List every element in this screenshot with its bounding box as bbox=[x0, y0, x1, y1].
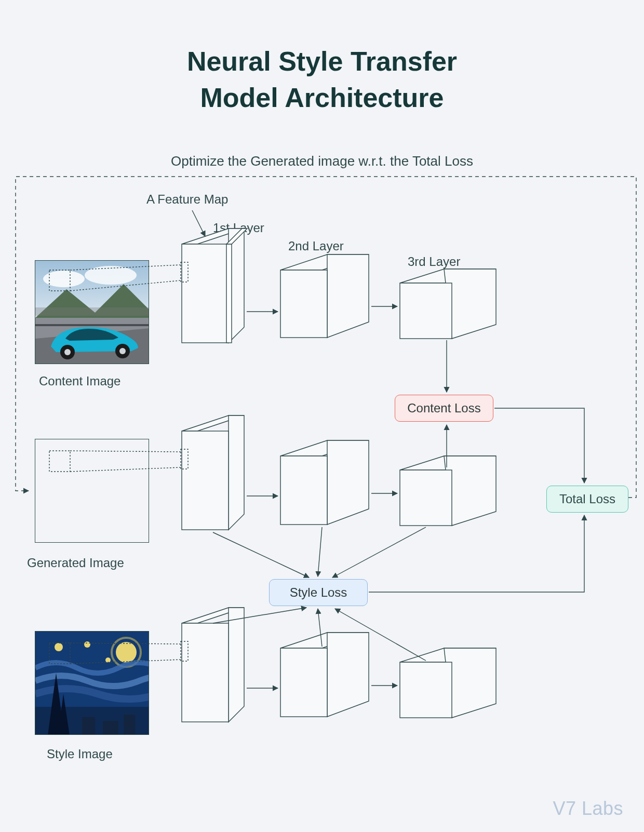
svg-rect-38 bbox=[182, 431, 229, 530]
style-layer1 bbox=[182, 608, 244, 722]
content-layer1 bbox=[182, 229, 247, 343]
content-layer2 bbox=[280, 254, 369, 338]
svg-marker-49 bbox=[327, 633, 369, 717]
svg-rect-50 bbox=[280, 648, 327, 717]
architecture-diagram bbox=[0, 0, 644, 832]
svg-rect-62 bbox=[49, 643, 70, 664]
svg-rect-44 bbox=[400, 470, 452, 526]
svg-rect-53 bbox=[400, 662, 452, 718]
svg-marker-37 bbox=[229, 415, 244, 530]
svg-line-76 bbox=[332, 527, 426, 578]
svg-rect-47 bbox=[182, 623, 229, 722]
feature-map-arrow bbox=[192, 210, 205, 236]
svg-line-55 bbox=[70, 265, 181, 270]
projection-lines bbox=[49, 262, 188, 664]
svg-rect-58 bbox=[49, 451, 70, 472]
svg-rect-32 bbox=[280, 270, 327, 338]
svg-line-63 bbox=[70, 643, 181, 644]
svg-marker-46 bbox=[229, 608, 244, 722]
style-layer3 bbox=[400, 648, 496, 718]
svg-rect-54 bbox=[49, 270, 70, 291]
svg-line-74 bbox=[213, 532, 309, 578]
svg-marker-40 bbox=[327, 440, 369, 525]
generated-layer2 bbox=[280, 440, 369, 525]
svg-line-59 bbox=[70, 451, 181, 452]
svg-line-56 bbox=[70, 280, 181, 291]
svg-rect-41 bbox=[280, 456, 327, 525]
svg-line-64 bbox=[70, 660, 181, 664]
svg-marker-31 bbox=[327, 254, 369, 338]
generated-layer1 bbox=[182, 415, 244, 530]
svg-rect-27 bbox=[182, 244, 229, 343]
svg-line-75 bbox=[318, 527, 322, 576]
svg-line-60 bbox=[70, 467, 181, 472]
svg-rect-28 bbox=[226, 244, 232, 343]
generated-layer3 bbox=[400, 456, 496, 526]
style-layer2 bbox=[280, 633, 369, 717]
content-layer3 bbox=[400, 269, 496, 339]
svg-rect-35 bbox=[400, 283, 452, 339]
